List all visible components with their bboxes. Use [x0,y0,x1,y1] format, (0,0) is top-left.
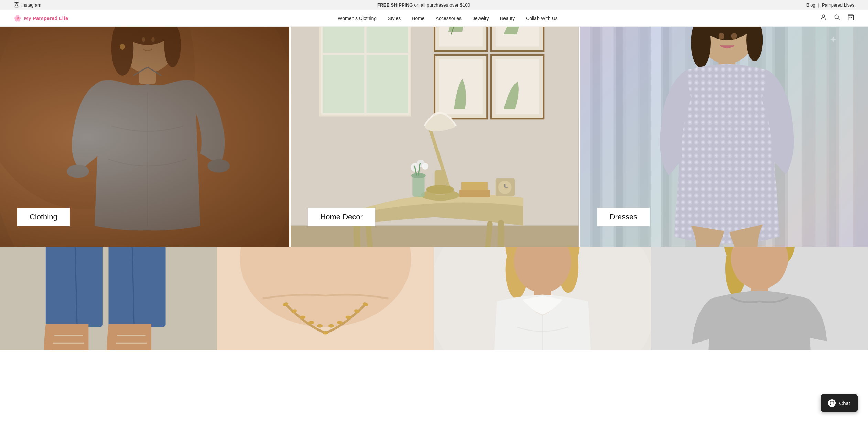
svg-text:✦: ✦ [829,35,837,44]
announcement-bar: Instagram FREE SHIPPING on all purchases… [0,0,868,10]
svg-point-16 [67,165,89,178]
svg-rect-46 [461,182,488,190]
hero-grid: Clothing [0,27,868,247]
svg-rect-23 [291,226,578,247]
logo-icon: 🌸 [14,14,21,22]
products-row [0,247,868,350]
dresses-panel[interactable]: ✦ ✦ ✦ Dresses [579,27,868,247]
svg-point-39 [426,185,454,194]
svg-point-11 [115,27,180,45]
instagram-icon [14,2,19,8]
product-thumb-3[interactable] [434,247,651,350]
homedecor-panel[interactable]: Home Decor [289,27,578,247]
homedecor-label[interactable]: Home Decor [308,208,375,226]
svg-point-1 [15,4,18,6]
nav-beauty[interactable]: Beauty [500,15,515,21]
nav-accessories[interactable]: Accessories [436,15,462,21]
svg-point-9 [0,27,195,209]
svg-rect-40 [413,176,425,197]
dresses-label[interactable]: Dresses [597,208,650,226]
logo[interactable]: 🌸 My Pampered Life [14,14,76,22]
cart-icon[interactable] [847,14,854,22]
svg-point-10 [117,27,178,73]
instagram-label: Instagram [21,2,41,8]
svg-point-115 [317,324,323,328]
clothing-label[interactable]: Clothing [17,208,70,226]
svg-point-81 [718,33,724,39]
svg-point-13 [164,27,181,67]
svg-point-20 [120,44,125,50]
product-thumb-4[interactable] [651,247,868,350]
svg-point-4 [835,15,838,19]
svg-point-18 [142,37,145,42]
search-icon[interactable] [834,14,840,22]
svg-rect-99 [46,247,103,327]
svg-rect-100 [109,247,166,327]
svg-rect-45 [459,190,490,197]
svg-point-117 [328,324,334,328]
nav-styles[interactable]: Styles [388,15,401,21]
product-thumb-2[interactable] [217,247,434,350]
header-icons [820,14,854,22]
jewelry-image [217,247,434,350]
svg-point-82 [731,33,737,39]
nav-home[interactable]: Home [412,15,424,21]
main-header: 🌸 My Pampered Life Women's Clothing Styl… [0,10,868,27]
svg-point-44 [422,163,428,170]
nav-collab[interactable]: Collab With Us [526,15,558,21]
logo-text: My Pampered Life [24,15,68,21]
blog-link[interactable]: Blog [806,2,815,8]
nav-jewelry[interactable]: Jewelry [473,15,489,21]
svg-point-2 [18,3,18,4]
svg-point-3 [822,15,825,17]
svg-line-5 [838,18,840,20]
svg-point-12 [111,27,134,76]
account-icon[interactable] [820,14,827,22]
nav-womens-clothing[interactable]: Women's Clothing [338,15,377,21]
instagram-link[interactable]: Instagram [14,2,41,8]
svg-point-19 [151,37,155,42]
svg-rect-28 [321,27,410,115]
main-nav: Women's Clothing Styles Home Accessories… [76,15,820,21]
product-thumb-1[interactable] [0,247,217,350]
separator: | [818,2,819,8]
pampered-lives-link[interactable]: Pampered Lives [822,2,854,8]
cozy-top-image [651,247,868,350]
boots-image [0,247,217,350]
clothing-panel[interactable]: Clothing [0,27,289,247]
svg-point-17 [207,159,230,173]
header-right-links: Blog | Pampered Lives [806,2,854,8]
blouse-image [434,247,651,350]
svg-point-116 [323,331,328,335]
promo-text: FREE SHIPPING on all purchases over $100 [377,2,470,8]
svg-rect-14 [139,67,156,84]
svg-rect-0 [14,2,19,7]
